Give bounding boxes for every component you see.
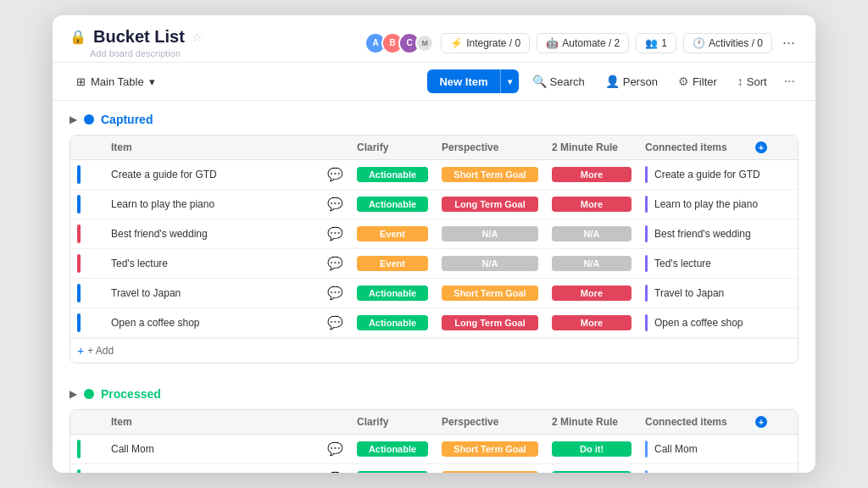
person-icon: 👤	[605, 75, 620, 88]
row-2min[interactable]: Do it!	[545, 464, 638, 473]
integrate-button[interactable]: ⚡ Integrate / 0	[441, 33, 530, 53]
row-name[interactable]: Call Mom	[104, 435, 320, 463]
row-clarify[interactable]: Actionable	[350, 464, 435, 473]
th-color	[70, 410, 104, 434]
row-perspective[interactable]: Long Term Goal	[435, 190, 545, 219]
row-chat-icon[interactable]: 💬	[320, 308, 350, 337]
main-content: ▶ Captured Item Clarify Perspective 2 Mi…	[53, 101, 815, 473]
group-header-captured: ▶ Captured	[70, 109, 798, 130]
row-clarify[interactable]: Actionable	[350, 308, 435, 337]
person-action[interactable]: 👤 Person	[598, 70, 665, 92]
row-name[interactable]: Learn to play the piano	[104, 190, 320, 219]
row-2min[interactable]: More	[545, 279, 638, 308]
row-perspective[interactable]: N/A	[435, 219, 545, 248]
row-chat-icon[interactable]: 💬	[320, 279, 350, 308]
avatar-group: A B C M	[364, 32, 434, 54]
activities-button[interactable]: 🕐 Activities / 0	[683, 33, 772, 53]
row-extra	[774, 160, 798, 189]
sort-action[interactable]: ↕ Sort	[731, 70, 774, 92]
automate-button[interactable]: 🤖 Automate / 2	[537, 33, 629, 53]
integrate-icon: ⚡	[450, 37, 463, 49]
th-perspective: Perspective	[435, 410, 545, 434]
row-color-bar	[70, 308, 104, 337]
toolbar-more-button[interactable]: ···	[781, 70, 798, 92]
automate-label: Automate / 2	[562, 37, 620, 49]
new-item-label[interactable]: New Item	[427, 70, 499, 93]
row-name[interactable]: Ted's lecture	[104, 249, 320, 278]
row-2min[interactable]: N/A	[545, 249, 638, 278]
th-clarify: Clarify	[350, 136, 435, 159]
row-chat-icon[interactable]: 💬	[320, 190, 350, 219]
new-item-button[interactable]: New Item ▾	[427, 69, 518, 93]
row-chat-icon[interactable]: 💬	[320, 249, 350, 278]
board-title: Bucket List	[93, 27, 185, 47]
table-header-row: Item Clarify Perspective 2 Minute Rule C…	[70, 410, 798, 435]
row-clarify[interactable]: Actionable	[350, 160, 435, 189]
row-connected: Ted's lecture	[638, 249, 774, 278]
row-perspective[interactable]: Short Term Goal	[435, 279, 545, 308]
filter-label: Filter	[693, 75, 717, 88]
row-perspective[interactable]: Long Term Goal	[435, 308, 545, 337]
table-row: Learn to play the piano 💬 Actionable Lon…	[70, 190, 798, 219]
th-connected: Connected items +	[638, 136, 774, 159]
row-chat-icon[interactable]: 💬	[320, 435, 350, 463]
th-2min: 2 Minute Rule	[545, 410, 638, 434]
add-connected-button[interactable]: +	[755, 416, 767, 428]
row-perspective[interactable]: N/A	[435, 249, 545, 278]
table-selector[interactable]: ⊞ Main Table ▾	[70, 72, 162, 92]
group-dot	[84, 389, 94, 399]
row-chat-icon[interactable]: 💬	[320, 219, 350, 248]
row-clarify[interactable]: Event	[350, 249, 435, 278]
row-perspective[interactable]: Short Term Goal	[435, 435, 545, 463]
integrate-label: Integrate / 0	[466, 37, 520, 49]
add-row-button[interactable]: ++ Add	[70, 338, 798, 363]
new-item-arrow-icon[interactable]: ▾	[501, 72, 519, 92]
row-2min[interactable]: More	[545, 308, 638, 337]
row-extra	[774, 190, 798, 219]
row-name[interactable]: Travel to Japan	[104, 279, 320, 308]
row-name[interactable]: Create a guide for GTD	[104, 160, 320, 189]
group-title-label[interactable]: Captured	[101, 113, 153, 126]
group-dot	[84, 114, 94, 125]
table-row: Open a coffee shop 💬 Actionable Long Ter…	[70, 308, 798, 338]
row-perspective[interactable]: Short Term Goal	[435, 464, 545, 473]
invite-button[interactable]: 👥 1	[636, 33, 676, 53]
avatar-more[interactable]: M	[415, 34, 434, 53]
star-icon[interactable]: ☆	[192, 30, 203, 44]
table-chevron-icon: ▾	[149, 75, 155, 88]
app-header: 🔒 Bucket List ☆ Add board description A …	[53, 15, 815, 63]
add-plus-icon: +	[77, 344, 84, 358]
row-clarify[interactable]: Actionable	[350, 435, 435, 463]
board-description[interactable]: Add board description	[90, 48, 356, 58]
group-arrow-icon[interactable]: ▶	[70, 114, 77, 125]
row-2min[interactable]: Do it!	[545, 435, 638, 463]
row-chat-icon[interactable]: 💬	[320, 464, 350, 473]
row-2min[interactable]: More	[545, 160, 638, 189]
row-extra	[774, 279, 798, 308]
row-clarify[interactable]: Event	[350, 219, 435, 248]
row-name[interactable]: Respond to Charlie's email	[104, 464, 320, 473]
row-name[interactable]: Open a coffee shop	[104, 308, 320, 337]
row-clarify[interactable]: Actionable	[350, 190, 435, 219]
search-action[interactable]: 🔍 Search	[526, 70, 592, 92]
row-extra	[774, 464, 798, 473]
header-more-button[interactable]: ···	[779, 30, 798, 55]
row-clarify[interactable]: Actionable	[350, 279, 435, 308]
filter-action[interactable]: ⚙ Filter	[671, 70, 724, 92]
row-perspective[interactable]: Short Term Goal	[435, 160, 545, 189]
sort-icon: ↕	[737, 75, 743, 88]
th-2min: 2 Minute Rule	[545, 136, 638, 159]
add-connected-button[interactable]: +	[755, 141, 767, 153]
row-2min[interactable]: N/A	[545, 219, 638, 248]
row-name[interactable]: Best friend's wedding	[104, 219, 320, 248]
th-extra	[774, 136, 798, 159]
th-chat	[320, 410, 350, 434]
row-chat-icon[interactable]: 💬	[320, 160, 350, 189]
group-title-label[interactable]: Processed	[101, 387, 161, 401]
group-arrow-icon[interactable]: ▶	[70, 388, 77, 400]
title-row: 🔒 Bucket List ☆	[70, 27, 356, 47]
th-connected: Connected items +	[638, 410, 774, 434]
row-2min[interactable]: More	[545, 190, 638, 219]
table-name-label: Main Table	[91, 75, 144, 88]
table-row: Travel to Japan 💬 Actionable Short Term …	[70, 279, 798, 308]
